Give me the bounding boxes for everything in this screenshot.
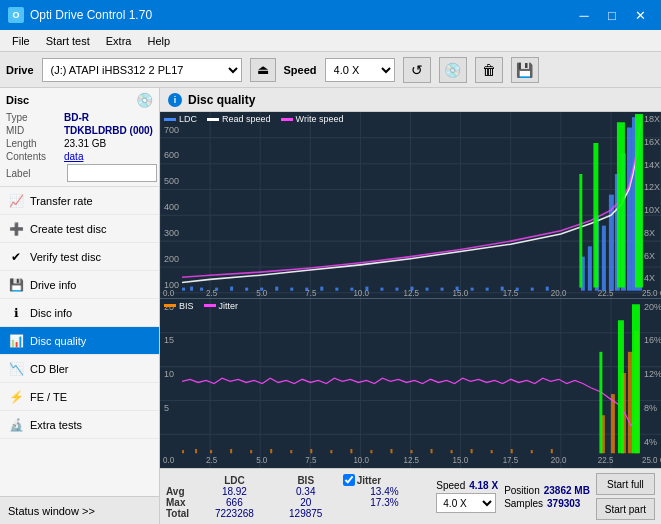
svg-rect-49 [230,287,233,291]
svg-rect-45 [182,288,185,291]
menu-file[interactable]: File [4,33,38,49]
lower-chart: 20 15 10 5 20% 16% 12% 8% 4% 0.0 2.5 5.0… [160,299,661,468]
ldc-avg: 18.92 [196,486,273,497]
disc-label-input[interactable] [67,164,157,182]
svg-rect-134 [471,449,473,453]
burn-button[interactable]: 💿 [439,57,467,83]
avg-row-label: Avg [166,486,196,497]
menu-help[interactable]: Help [139,33,178,49]
svg-rect-138 [551,449,553,453]
speed-select[interactable]: 4.0 X [325,58,395,82]
disc-contents-label: Contents [6,151,64,162]
svg-rect-70 [546,287,549,291]
svg-rect-137 [531,450,533,453]
disc-contents-value[interactable]: data [64,151,83,162]
status-window-button[interactable]: Status window >> [0,496,159,524]
sidebar-item-drive-info[interactable]: 💾 Drive info [0,271,159,299]
svg-text:10.0: 10.0 [353,456,369,465]
svg-rect-126 [310,449,312,453]
svg-text:500: 500 [164,176,179,186]
speed-stat-label: Speed [436,480,465,491]
svg-rect-61 [411,287,414,291]
chart-header-icon: i [168,93,182,107]
titlebar: O Opti Drive Control 1.70 ─ □ ✕ [0,0,661,30]
sidebar-item-verify-test-disc[interactable]: ✔ Verify test disc [0,243,159,271]
sidebar-item-disc-info[interactable]: ℹ Disc info [0,299,159,327]
total-row-label: Total [166,508,196,519]
svg-rect-57 [350,288,353,291]
minimize-button[interactable]: ─ [571,5,597,25]
app-title: Opti Drive Control 1.70 [30,8,152,22]
svg-rect-130 [390,449,392,453]
jitter-checkbox[interactable] [343,474,355,486]
svg-text:15: 15 [164,335,174,345]
sidebar-item-extra-tests[interactable]: 🔬 Extra tests [0,411,159,439]
app-icon-letter: O [12,10,19,20]
svg-text:12.5: 12.5 [403,456,419,465]
verify-test-disc-icon: ✔ [8,249,24,265]
start-full-button[interactable]: Start full [596,473,655,495]
svg-text:10: 10 [164,369,174,379]
bis-legend: BIS [164,301,194,311]
disc-length-row: Length 23.31 GB [6,138,153,149]
samples-row: Samples 379303 [504,498,590,509]
position-label: Position [504,485,540,496]
max-row-label: Max [166,497,196,508]
sidebar-item-create-test-disc[interactable]: ➕ Create test disc [0,215,159,243]
svg-rect-63 [441,288,444,291]
svg-rect-131 [411,450,413,453]
menu-extra[interactable]: Extra [98,33,140,49]
svg-text:5.0: 5.0 [256,456,268,465]
jitter-avg: 13.4% [339,486,431,497]
svg-rect-62 [426,288,429,291]
svg-text:16X: 16X [644,137,660,147]
svg-rect-47 [200,288,203,291]
jitter-legend: Jitter [204,301,239,311]
svg-text:12X: 12X [644,182,660,192]
sidebar-item-transfer-rate[interactable]: 📈 Transfer rate [0,187,159,215]
svg-rect-53 [290,288,293,291]
position-row: Position 23862 MB [504,485,590,496]
bis-total: 129875 [273,508,339,519]
fe-te-icon: ⚡ [8,389,24,405]
jitter-col-header: Jitter [357,475,381,486]
svg-rect-132 [431,449,433,453]
svg-text:8X: 8X [644,228,655,238]
svg-text:16%: 16% [644,335,661,345]
svg-rect-56 [335,288,338,291]
speed-row: Speed 4.18 X [436,480,498,491]
erase-button[interactable]: 🗑 [475,57,503,83]
disc-mid-label: MID [6,125,64,136]
titlebar-left: O Opti Drive Control 1.70 [8,7,152,23]
maximize-button[interactable]: □ [599,5,625,25]
svg-rect-129 [370,450,372,453]
speed-stat-select[interactable]: 4.0 X [436,493,496,513]
fe-te-label: FE / TE [30,391,67,403]
refresh-button[interactable]: ↺ [403,57,431,83]
ldc-color-swatch [164,118,176,121]
start-part-button[interactable]: Start part [596,498,655,520]
jitter-checkbox-label[interactable]: Jitter [343,474,427,486]
drive-select[interactable]: (J:) ATAPI iHBS312 2 PL17 [42,58,242,82]
sidebar-item-disc-quality[interactable]: 📊 Disc quality [0,327,159,355]
svg-text:5: 5 [164,403,169,413]
disc-mid-row: MID TDKBLDRBD (000) [6,125,153,136]
read-speed-legend: Read speed [207,114,271,124]
svg-rect-125 [290,450,292,453]
bis-col-header: BIS [273,474,339,486]
menu-start-test[interactable]: Start test [38,33,98,49]
svg-rect-65 [471,288,474,291]
eject-button[interactable]: ⏏ [250,58,276,82]
sidebar-item-cd-bler[interactable]: 📉 CD Bler [0,355,159,383]
svg-text:10X: 10X [644,205,660,215]
save-button[interactable]: 💾 [511,57,539,83]
bis-color-swatch [164,304,176,307]
svg-text:300: 300 [164,228,179,238]
svg-rect-135 [491,450,493,453]
svg-rect-128 [350,449,352,453]
sidebar-item-fe-te[interactable]: ⚡ FE / TE [0,383,159,411]
cd-bler-label: CD Bler [30,363,69,375]
disc-type-row: Type BD-R [6,112,153,123]
close-button[interactable]: ✕ [627,5,653,25]
svg-text:22.5: 22.5 [598,456,614,465]
